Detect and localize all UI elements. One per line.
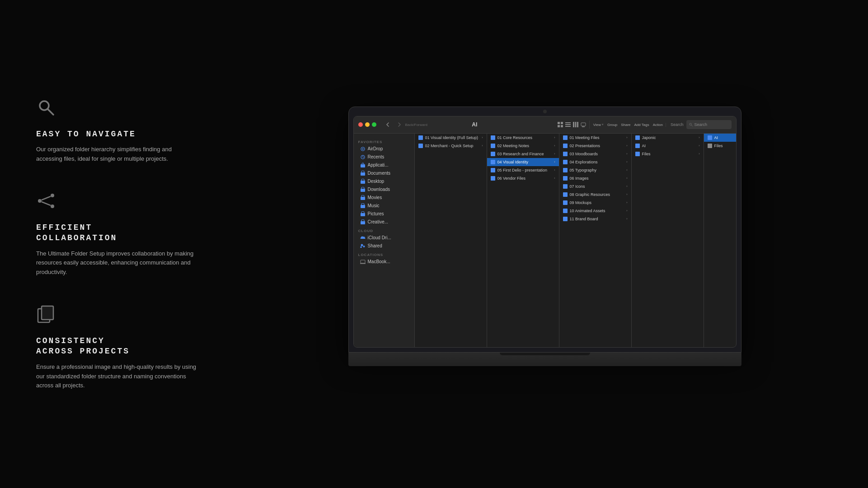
column-view-button[interactable]: [572, 121, 579, 128]
sidebar-item-downloads[interactable]: Downloads: [356, 186, 413, 194]
feature-navigate: EASY TO NAVIGATE Our organized folder hi…: [36, 98, 208, 164]
sidebar-item-recents[interactable]: Recents: [356, 153, 413, 161]
svg-point-37: [363, 246, 365, 247]
search-bar[interactable]: Search: [686, 120, 732, 129]
column-item[interactable]: 03 Moodboards ›: [559, 150, 631, 158]
column-item[interactable]: 02 Meeting Notes ›: [487, 142, 559, 150]
sidebar-item-pictures[interactable]: Pictures: [356, 210, 413, 218]
svg-rect-13: [565, 122, 571, 123]
list-view-button[interactable]: [565, 121, 571, 128]
folder-icon: [563, 144, 568, 148]
svg-rect-8: [42, 306, 53, 320]
column-item[interactable]: 03 Research and Finance ›: [487, 150, 559, 158]
column-item-label: 05 First Delio - presentation: [497, 168, 552, 172]
svg-rect-20: [582, 126, 585, 127]
svg-rect-16: [573, 122, 574, 127]
arrow-icon: ›: [482, 136, 483, 139]
sidebar-macbook-label: MacBook...: [368, 259, 390, 264]
close-button[interactable]: [358, 122, 363, 127]
sidebar-icloud-label: iCloud Dri...: [368, 235, 391, 240]
column-item[interactable]: Japonic ›: [632, 134, 704, 142]
minimize-button[interactable]: [365, 122, 370, 127]
column-item[interactable]: 08 Graphic Resources ›: [559, 191, 631, 199]
column-item-label: 05 Typography: [570, 168, 624, 172]
sidebar-airdrop-label: AirDrop: [368, 146, 383, 151]
folder-icon: [418, 135, 423, 140]
locations-label: Locations: [354, 250, 414, 258]
column-item[interactable]: 02 Merchant - Quick Setup ›: [415, 142, 487, 150]
back-button[interactable]: [383, 121, 393, 129]
column-item[interactable]: 10 Animated Assets ›: [559, 207, 631, 215]
share-icon: [36, 191, 59, 214]
sidebar-item-movies[interactable]: Movies: [356, 194, 413, 202]
column-item-ai-selected[interactable]: AI ›: [704, 134, 736, 142]
add-tags-button[interactable]: Add Tags: [634, 123, 649, 127]
sidebar-item-creative[interactable]: Creative...: [356, 218, 413, 226]
sidebar-item-desktop[interactable]: Desktop: [356, 177, 413, 186]
arrow-icon: ›: [699, 152, 699, 155]
arrow-icon: ›: [626, 144, 627, 147]
view-group-buttons: View▾ Group Share Add Tag: [593, 123, 666, 127]
column-item[interactable]: 01 Meeting Files ›: [559, 134, 631, 142]
column-item[interactable]: 02 Presentations ›: [559, 142, 631, 150]
action-button[interactable]: Action: [653, 123, 663, 127]
arrow-icon: ›: [554, 152, 555, 155]
share-action-button[interactable]: Share: [621, 123, 630, 127]
finder-column-2: 01 Core Resources › 02 Meeting Notes ›: [487, 134, 559, 347]
sidebar-shared-label: Shared: [368, 243, 382, 248]
sidebar-creative-label: Creative...: [368, 219, 389, 224]
feature-collaboration-desc: The Ultimate Folder Setup improves colla…: [36, 249, 199, 277]
column-item[interactable]: Files ›: [632, 150, 704, 158]
feature-consistency: CONSISTENCY ACROSS PROJECTS Ensure a pro…: [36, 304, 208, 390]
column-item[interactable]: 06 Images ›: [559, 174, 631, 182]
folder-icon: [418, 144, 423, 148]
svg-rect-32: [361, 197, 365, 200]
arrow-icon: ›: [482, 144, 483, 147]
svg-rect-33: [361, 205, 365, 208]
arrow-icon: ›: [626, 136, 627, 139]
gallery-view-button[interactable]: [580, 121, 586, 128]
column-item[interactable]: 11 Brand Board ›: [559, 215, 631, 223]
group-action-button[interactable]: Group: [607, 123, 617, 127]
column-item-label: 01 Core Resources: [497, 135, 552, 140]
fullscreen-button[interactable]: [372, 122, 376, 127]
mac-container: Back/Forward AI: [348, 107, 741, 382]
sidebar-item-icloud[interactable]: iCloud Dri...: [356, 234, 413, 242]
column-item[interactable]: 07 Icons ›: [559, 182, 631, 191]
view-action-button[interactable]: View▾: [593, 123, 604, 127]
column-item[interactable]: Files ›: [704, 142, 736, 150]
column-item[interactable]: AI ›: [632, 142, 704, 150]
folder-icon: [491, 168, 495, 172]
arrow-icon: ›: [626, 201, 627, 204]
arrow-icon: ›: [554, 144, 555, 147]
column-item[interactable]: 09 Mockups ›: [559, 199, 631, 207]
column-item[interactable]: 05 First Delio - presentation ›: [487, 166, 559, 174]
column-item-label: Files: [642, 152, 697, 156]
sidebar-item-music[interactable]: Music: [356, 202, 413, 210]
column-item[interactable]: 05 Typography ›: [559, 166, 631, 174]
folder-icon: [708, 135, 712, 140]
column-item-label: 01 Visual Identity (Full Setup): [425, 135, 480, 140]
sidebar-item-macbook[interactable]: MacBook...: [356, 258, 413, 266]
svg-rect-11: [558, 125, 560, 127]
sidebar-recents-label: Recents: [368, 154, 385, 159]
column-item[interactable]: 01 Core Resources ›: [487, 134, 559, 142]
svg-line-5: [42, 196, 51, 200]
column-item[interactable]: 04 Explorations ›: [559, 158, 631, 166]
svg-rect-15: [565, 126, 571, 127]
column-item-label: 02 Merchant - Quick Setup: [425, 144, 480, 148]
sidebar-item-airdrop[interactable]: AirDrop: [356, 145, 413, 153]
icloud-icon: [360, 235, 366, 241]
column-item-label: 04 Explorations: [570, 160, 624, 164]
column-item-selected[interactable]: 04 Visual Identity ›: [487, 158, 559, 166]
column-item[interactable]: 06 Vendor Files ›: [487, 174, 559, 182]
sidebar-item-applications[interactable]: Applicati...: [356, 161, 413, 169]
sidebar-item-shared[interactable]: Shared: [356, 242, 413, 250]
sidebar-applications-label: Applicati...: [368, 163, 389, 167]
icon-view-button[interactable]: [557, 121, 563, 128]
column-item-label: 03 Moodboards: [570, 152, 624, 156]
column-item[interactable]: 01 Visual Identity (Full Setup) ›: [415, 134, 487, 142]
sidebar-item-documents[interactable]: Documents: [356, 169, 413, 177]
arrow-icon: ›: [626, 217, 627, 220]
folder-icon: [708, 144, 712, 148]
